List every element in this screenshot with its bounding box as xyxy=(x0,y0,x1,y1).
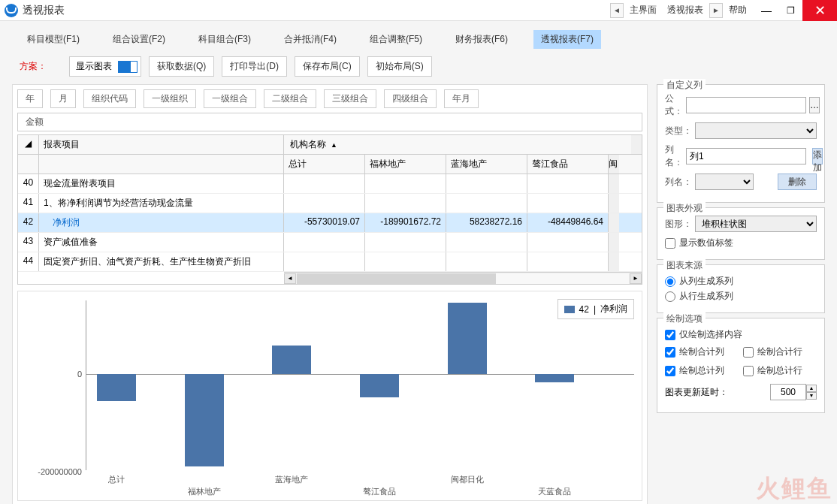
panel-draw-options: 绘制选项 仅绘制选择内容 绘制合计列 绘制合计行 绘制总计列 绘制总计行 图表更… xyxy=(657,318,825,413)
delay-input[interactable] xyxy=(770,384,806,400)
panel-title: 自定义列 xyxy=(663,79,706,92)
app-logo-icon xyxy=(5,4,18,17)
scroll-left-icon[interactable]: ◄ xyxy=(284,273,296,284)
dimension-bar: 年 月 组织代码 一级组织 一级组合 二级组合 三级组合 四级组合 年月 xyxy=(17,89,642,108)
titlebar: 透视报表 ◄ 主界面 透视报表 ► 帮助 — ❐ ✕ xyxy=(0,0,837,21)
colname-select[interactable] xyxy=(695,174,754,190)
grid-hscroll[interactable]: ◄ ► xyxy=(284,272,642,284)
row-menu-icon[interactable]: ◢ xyxy=(18,135,39,154)
org-header[interactable]: 机构名称 ▲ xyxy=(284,135,631,154)
delay-spinner[interactable]: ▲▼ xyxy=(770,384,817,400)
vscroll-cell[interactable] xyxy=(609,194,619,213)
row-name: 固定资产折旧、油气资产折耗、生产性生物资产折旧 xyxy=(39,252,284,271)
shape-select[interactable]: 堆积柱状图 xyxy=(695,216,817,232)
from-col-radio[interactable]: 从列生成系列 xyxy=(665,275,817,288)
cell: -18990167​2.72 xyxy=(365,213,446,232)
dim-year[interactable]: 年 xyxy=(17,89,43,108)
total-row-checkbox[interactable]: 绘制总计行 xyxy=(743,364,817,377)
reset-layout-button[interactable]: 初始布局(S) xyxy=(367,56,432,77)
col-1[interactable]: 福林地产 xyxy=(365,155,446,174)
toggle-switch-icon xyxy=(118,61,137,73)
dim-org1[interactable]: 一级组织 xyxy=(144,89,196,108)
measure-amount[interactable]: 金额 xyxy=(17,113,642,131)
shape-label: 图形： xyxy=(665,218,692,231)
from-row-radio[interactable]: 从行生成系列 xyxy=(665,290,817,303)
help-link[interactable]: 帮助 xyxy=(729,4,747,17)
delete-column-button[interactable]: 删除 xyxy=(778,174,817,190)
table-row[interactable]: 42净利润-55730019.07-18990167​2.7258238272.… xyxy=(18,213,642,233)
type-select[interactable] xyxy=(695,122,817,139)
table-row[interactable]: 411、将净利润调节为经营活动现金流量 xyxy=(18,194,642,213)
col-3[interactable]: 骜江食品 xyxy=(527,155,609,174)
chart-bar xyxy=(360,374,399,398)
vscroll-cell[interactable] xyxy=(609,252,619,271)
only-selection-checkbox[interactable]: 仅绘制选择内容 xyxy=(665,328,817,341)
item-header[interactable]: 报表项目 xyxy=(39,135,284,154)
tab-f1[interactable]: 科目模型(F1) xyxy=(20,30,87,49)
tab-f6[interactable]: 财务报表(F6) xyxy=(448,30,515,49)
row-no: 41 xyxy=(18,194,39,213)
save-layout-button[interactable]: 保存布局(C) xyxy=(295,56,360,77)
col-2[interactable]: 蓝海地产 xyxy=(446,155,527,174)
row-no: 40 xyxy=(18,174,39,193)
dim-combo2[interactable]: 二级组合 xyxy=(264,89,316,108)
tab-f5[interactable]: 组合调整(F5) xyxy=(362,30,430,49)
vscroll-cell[interactable] xyxy=(609,174,619,193)
y-tick-label: 0 xyxy=(25,370,82,379)
x-tick-label: 骜江食品 xyxy=(349,486,409,497)
col-total[interactable]: 总计 xyxy=(284,155,365,174)
delay-label: 图表更新延时： xyxy=(665,386,767,399)
colname-input[interactable] xyxy=(686,148,806,164)
nav-prev-button[interactable]: ◄ xyxy=(610,3,624,18)
chart-bar xyxy=(185,374,224,467)
cell: 58238272.16 xyxy=(446,213,527,232)
nav-next-button[interactable]: ► xyxy=(709,3,723,18)
main-tabs: 科目模型(F1) 组合设置(F2) 科目组合(F3) 合并抵消(F4) 组合调整… xyxy=(12,27,825,56)
dim-combo1[interactable]: 一级组合 xyxy=(204,89,256,108)
scroll-thumb[interactable] xyxy=(297,273,496,284)
panel-appearance: 图表外观 图形： 堆积柱状图 显示数值标签 xyxy=(657,207,825,260)
tab-f7[interactable]: 透视报表(F7) xyxy=(533,30,601,49)
nav-current-label[interactable]: 透视报表 xyxy=(663,4,708,17)
dim-combo3[interactable]: 三级组合 xyxy=(324,89,376,108)
add-column-button[interactable]: 添加 xyxy=(812,148,823,164)
panel-title: 图表来源 xyxy=(663,259,706,272)
sum-row-checkbox[interactable]: 绘制合计行 xyxy=(743,346,817,358)
chart-bar xyxy=(448,303,487,374)
dim-month[interactable]: 月 xyxy=(50,89,76,108)
dim-combo4[interactable]: 四级组合 xyxy=(384,89,437,108)
formula-input[interactable] xyxy=(686,97,806,113)
sum-col-checkbox[interactable]: 绘制合计列 xyxy=(665,346,739,358)
close-button[interactable]: ✕ xyxy=(802,0,837,21)
table-row[interactable]: 43资产减值准备 xyxy=(18,233,642,252)
dim-ym[interactable]: 年月 xyxy=(444,89,479,108)
row-name: 1、将净利润调节为经营活动现金流量 xyxy=(39,194,284,213)
scroll-track[interactable] xyxy=(297,273,629,284)
table-row[interactable]: 44固定资产折旧、油气资产折耗、生产性生物资产折旧 xyxy=(18,252,642,272)
tab-f4[interactable]: 合并抵消(F4) xyxy=(276,30,344,49)
vscroll-cell[interactable] xyxy=(609,213,619,232)
cell: -55730019.07 xyxy=(284,213,365,232)
x-tick-label: 福林地产 xyxy=(174,486,234,497)
print-export-button[interactable]: 打印导出(D) xyxy=(222,56,287,77)
vscroll-cell[interactable] xyxy=(609,233,619,252)
scroll-right-icon[interactable]: ► xyxy=(630,273,642,284)
minimize-button[interactable]: — xyxy=(754,0,778,21)
show-chart-toggle[interactable]: 显示图表 xyxy=(69,56,141,77)
x-tick-label: 天蓝食品 xyxy=(524,486,585,497)
col-overflow[interactable]: 闽 xyxy=(609,155,619,174)
show-labels-checkbox[interactable]: 显示数值标签 xyxy=(665,237,817,249)
row-name: 资产减值准备 xyxy=(39,233,284,252)
nav-main-label[interactable]: 主界面 xyxy=(625,4,661,17)
table-row[interactable]: 40现金流量附表项目 xyxy=(18,174,642,194)
maximize-button[interactable]: ❐ xyxy=(778,0,802,21)
chart-plot: 0-200000000总计福林地产蓝海地产骜江食品闽都日化天蓝食品 xyxy=(86,300,634,470)
dim-orgcode[interactable]: 组织代码 xyxy=(83,89,136,108)
formula-browse-button[interactable]: … xyxy=(809,97,820,113)
total-col-checkbox[interactable]: 绘制总计列 xyxy=(665,364,739,377)
fetch-data-button[interactable]: 获取数据(Q) xyxy=(149,56,214,77)
tab-f2[interactable]: 组合设置(F2) xyxy=(105,30,173,49)
spin-down-icon[interactable]: ▼ xyxy=(806,392,817,400)
spin-up-icon[interactable]: ▲ xyxy=(806,385,817,392)
tab-f3[interactable]: 科目组合(F3) xyxy=(191,30,258,49)
